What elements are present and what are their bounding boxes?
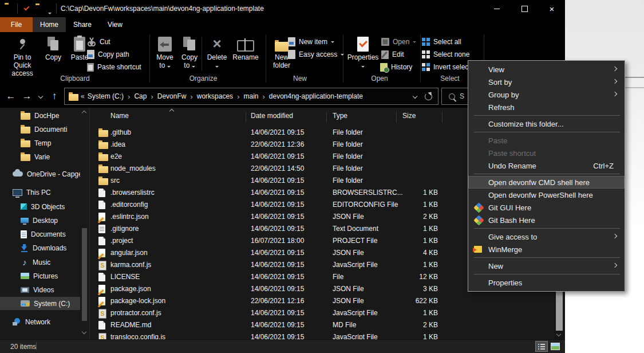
column-header-name[interactable]: Name <box>110 112 129 120</box>
copy-to-button[interactable]: Copy to <box>177 34 202 73</box>
breadcrumb-segment-devonfw[interactable]: DevonFw <box>156 92 188 100</box>
pin-to-quick-access-button[interactable]: Pin to Quick access <box>6 34 39 73</box>
address-dropdown-icon[interactable] <box>413 94 417 99</box>
sidebar-item-3d-objects[interactable]: 3D Objects <box>0 200 80 213</box>
breadcrumb-overflow-indicator[interactable]: « <box>78 92 86 100</box>
sidebar-item-onedrive-capge[interactable]: OneDrive - Capge <box>0 167 80 181</box>
breadcrumb-segment-workspaces[interactable]: workspaces <box>195 92 235 100</box>
group-label-new: New <box>266 74 334 83</box>
file-row-transloco-config-js[interactable]: Stransloco.config.js14/06/2021 09:15Java… <box>90 331 554 339</box>
scrollbar-thumb[interactable] <box>82 228 87 321</box>
move-to-button[interactable]: Move to <box>152 34 178 73</box>
properties-button[interactable]: Properties <box>347 34 379 73</box>
breadcrumb-chevron-icon[interactable]: › <box>188 92 195 101</box>
sort-ascending-icon <box>169 109 174 113</box>
column-divider[interactable] <box>326 112 327 123</box>
sidebar-item-documents[interactable]: Documents <box>0 228 80 241</box>
menu-item-group-by[interactable]: Group by <box>468 88 625 101</box>
file-date: 14/06/2021 09:15 <box>251 273 304 281</box>
address-bar[interactable]: « System (C:)›Cap›DevonFw›workspaces›mai… <box>64 88 438 105</box>
menu-item-undo-rename[interactable]: Undo RenameCtrl+Z <box>468 159 625 172</box>
menu-item-refresh[interactable]: Refresh <box>468 101 625 113</box>
menu-item-open-devonfw-powershell-here[interactable]: Open devonfw PowerShell here <box>468 189 625 201</box>
maximize-button[interactable] <box>511 0 538 17</box>
sidebar-item-network[interactable]: Network <box>0 315 80 328</box>
select-none-button[interactable]: Select none <box>422 49 469 60</box>
scrollbar-thumb[interactable] <box>556 289 563 331</box>
breadcrumb-segment-system-c[interactable]: System (C:) <box>86 92 125 100</box>
select-all-button[interactable]: Select all <box>422 36 461 48</box>
sidebar-item-system-c[interactable]: System (C:) <box>0 297 80 310</box>
menu-item-open-devonfw-cmd-shell-here[interactable]: Open devonfw CMD shell here <box>468 176 625 189</box>
breadcrumb-chevron-icon[interactable]: › <box>260 92 267 101</box>
delete-button[interactable]: × Delete <box>204 34 230 73</box>
column-header-type[interactable]: Type <box>333 112 347 120</box>
file-row-protractor-conf-js[interactable]: Sprotractor.conf.js14/06/2021 09:15JavaS… <box>90 307 554 319</box>
details-view-button[interactable] <box>535 341 548 352</box>
menu-item-new[interactable]: New <box>468 260 625 272</box>
sidebar-item-this-pc[interactable]: This PC <box>0 186 80 199</box>
sidebar-item-documenti[interactable]: Documenti <box>0 123 80 136</box>
thumbnail-view-button[interactable] <box>549 341 562 352</box>
breadcrumb-segment-cap[interactable]: Cap <box>132 92 148 100</box>
copy-button[interactable]: Copy <box>40 34 66 73</box>
sidebar-item-desktop[interactable]: Desktop <box>0 214 80 227</box>
breadcrumb-chevron-icon[interactable]: › <box>235 92 242 101</box>
column-divider[interactable] <box>442 112 442 123</box>
menu-item-sort-by[interactable]: Sort by <box>468 76 625 88</box>
recent-locations-button[interactable] <box>35 85 46 108</box>
menu-item-git-bash-here[interactable]: Git Bash Here <box>468 214 625 226</box>
refresh-icon[interactable] <box>425 93 432 100</box>
tab-share[interactable]: Share <box>66 17 99 32</box>
easy-access-button[interactable]: Easy access <box>288 49 344 60</box>
column-divider[interactable] <box>396 112 397 123</box>
scroll-down-icon[interactable] <box>556 332 561 336</box>
breadcrumb-chevron-icon[interactable]: › <box>125 92 132 101</box>
scroll-down-icon[interactable] <box>82 330 86 334</box>
column-divider[interactable] <box>246 112 246 123</box>
tab-view[interactable]: View <box>99 17 131 32</box>
breadcrumb-chevron-icon[interactable]: › <box>148 92 155 101</box>
close-button[interactable]: × <box>539 0 565 17</box>
open-button[interactable]: Open <box>381 36 416 48</box>
sidebar-item-music[interactable]: ♪Music <box>0 256 80 269</box>
breadcrumb-segment-main[interactable]: main <box>242 92 260 100</box>
forward-button[interactable]: → <box>19 85 34 108</box>
sidebar-item-label: Videos <box>33 286 54 294</box>
menu-item-winmerge[interactable]: WinMerge <box>468 243 625 256</box>
sidebar-scrollbar[interactable] <box>81 108 88 339</box>
sidebar-item-varie[interactable]: Varie <box>0 150 80 163</box>
sidebar-item-dochpe[interactable]: DocHpe <box>0 109 80 122</box>
history-button[interactable]: History <box>380 61 412 73</box>
sidebar-item-label: Varie <box>34 153 50 161</box>
cut-button[interactable]: Cut <box>87 36 110 48</box>
menu-item-view[interactable]: View <box>468 63 625 76</box>
up-button[interactable]: ↑ <box>47 85 62 108</box>
tab-home[interactable]: Home <box>33 17 66 32</box>
menu-item-give-access-to[interactable]: Give access to <box>468 230 625 243</box>
paste-shortcut-button[interactable]: Paste shortcut <box>87 61 141 73</box>
copy-path-button[interactable]: Copy path <box>87 49 129 60</box>
breadcrumb-segment-devon4ng-application-template[interactable]: devon4ng-application-template <box>267 92 365 100</box>
scroll-up-icon[interactable] <box>82 111 86 115</box>
sidebar-item-pictures[interactable]: Pictures <box>0 269 80 283</box>
button-label: to <box>184 61 189 69</box>
back-button[interactable]: ← <box>3 85 18 108</box>
edit-button[interactable]: Edit <box>381 49 404 60</box>
sidebar-item-temp[interactable]: Temp <box>0 136 80 150</box>
sidebar-item-videos[interactable]: Videos <box>0 283 80 296</box>
sidebar-item-downloads[interactable]: Downloads <box>0 241 80 254</box>
minimize-button[interactable] <box>484 0 510 17</box>
menu-item-properties[interactable]: Properties <box>468 276 625 289</box>
tab-file[interactable]: File <box>0 17 33 32</box>
menu-item-customize-this-folder[interactable]: Customize this folder... <box>468 117 625 130</box>
menu-item-git-gui-here[interactable]: Git GUI Here <box>468 201 625 214</box>
column-header-date[interactable]: Date modified <box>251 112 293 120</box>
file-name: transloco.config.js <box>110 333 165 339</box>
file-row-readme-md[interactable]: README.md14/06/2021 09:15MD File2 KB <box>90 319 554 331</box>
file-row-package-lock-json[interactable]: package-lock.json22/06/2021 12:16JSON Fi… <box>90 295 554 307</box>
new-item-button[interactable]: New item <box>288 36 334 48</box>
quick-access-customize-chevron-icon[interactable] <box>48 6 52 17</box>
rename-button[interactable]: Rename <box>230 34 261 73</box>
column-header-size[interactable]: Size <box>402 112 416 120</box>
